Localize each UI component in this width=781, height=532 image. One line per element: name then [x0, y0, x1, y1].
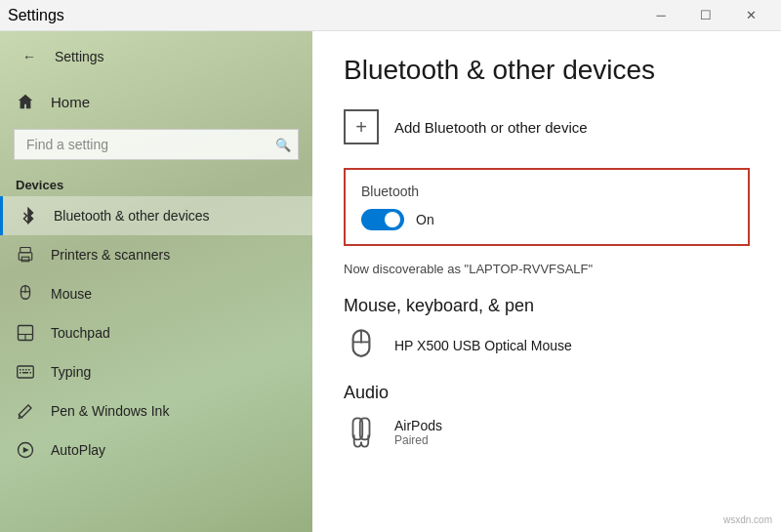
mouse-device-name: HP X500 USB Optical Mouse [394, 338, 572, 353]
discoverable-text: Now discoverable as "LAPTOP-RVVFSALF" [344, 262, 750, 276]
mouse-device-icon [344, 328, 379, 363]
airpods-status: Paired [394, 433, 442, 447]
svg-rect-0 [21, 248, 31, 253]
svg-rect-13 [28, 369, 30, 371]
bluetooth-section-box: Bluetooth On [344, 168, 750, 246]
printer-icon [16, 245, 35, 265]
sidebar: ← Settings Home 🔍 Devices [0, 31, 312, 532]
add-device-row[interactable]: + Add Bluetooth or other device [344, 109, 750, 144]
sidebar-section-heading: Devices [0, 168, 312, 196]
sidebar-mouse-label: Mouse [51, 286, 92, 302]
sidebar-item-pen[interactable]: Pen & Windows Ink [0, 391, 312, 430]
bluetooth-section-label: Bluetooth [361, 184, 732, 199]
typing-icon [16, 362, 35, 382]
mouse-device-row: HP X500 USB Optical Mouse [344, 328, 750, 363]
search-icon[interactable]: 🔍 [275, 138, 291, 152]
audio-section-title: Audio [344, 383, 750, 403]
sidebar-item-touchpad[interactable]: Touchpad [0, 313, 312, 352]
toggle-thumb [385, 212, 400, 227]
home-label: Home [51, 94, 90, 110]
airpods-icon [344, 415, 379, 450]
svg-rect-16 [30, 372, 32, 374]
audio-device-row: AirPods Paired [344, 415, 750, 450]
airpods-info: AirPods Paired [394, 418, 442, 447]
toggle-label: On [416, 212, 434, 227]
svg-rect-12 [25, 369, 27, 371]
sidebar-touchpad-label: Touchpad [51, 325, 110, 341]
sidebar-printers-label: Printers & scanners [51, 247, 170, 263]
sidebar-item-printers[interactable]: Printers & scanners [0, 235, 312, 274]
sidebar-item-typing[interactable]: Typing [0, 352, 312, 391]
titlebar-title: Settings [8, 7, 64, 24]
main-content: Bluetooth & other devices + Add Bluetoot… [312, 31, 781, 532]
sidebar-nav-top: ← Settings [0, 31, 312, 82]
bluetooth-icon [19, 206, 38, 225]
svg-rect-2 [21, 257, 29, 262]
sidebar-item-home[interactable]: Home [0, 82, 312, 121]
sidebar-pen-label: Pen & Windows Ink [51, 403, 169, 419]
svg-rect-14 [20, 372, 21, 374]
airpods-name: AirPods [394, 418, 442, 433]
svg-rect-1 [19, 253, 32, 261]
plus-icon: + [355, 116, 367, 139]
titlebar-controls: ─ ☐ ✕ [638, 0, 773, 31]
svg-rect-10 [20, 369, 21, 371]
page-title: Bluetooth & other devices [344, 55, 750, 86]
toggle-row: On [361, 209, 732, 230]
app-container: ← Settings Home 🔍 Devices [0, 31, 781, 532]
mouse-icon [16, 284, 35, 304]
sidebar-app-title: Settings [55, 49, 104, 64]
touchpad-icon [16, 323, 35, 343]
home-icon [16, 92, 35, 111]
sidebar-autoplay-label: AutoPlay [51, 442, 105, 458]
svg-rect-15 [22, 372, 28, 374]
autoplay-icon [16, 440, 35, 460]
titlebar-left: Settings [8, 7, 64, 24]
watermark: wsxdn.com [720, 513, 775, 526]
sidebar-item-mouse[interactable]: Mouse [0, 274, 312, 313]
mouse-section-title: Mouse, keyboard, & pen [344, 296, 750, 316]
sidebar-item-autoplay[interactable]: AutoPlay [0, 430, 312, 470]
sidebar-typing-label: Typing [51, 364, 91, 380]
add-device-label: Add Bluetooth or other device [394, 119, 588, 136]
back-button[interactable]: ← [16, 43, 43, 70]
titlebar: Settings ─ ☐ ✕ [0, 0, 781, 31]
maximize-button[interactable]: ☐ [683, 0, 728, 31]
sidebar-item-bluetooth[interactable]: Bluetooth & other devices [0, 196, 312, 235]
bluetooth-toggle[interactable] [361, 209, 404, 230]
add-device-button[interactable]: + [344, 109, 379, 144]
svg-rect-11 [22, 369, 24, 371]
sidebar-bluetooth-label: Bluetooth & other devices [54, 208, 210, 224]
close-button[interactable]: ✕ [728, 0, 773, 31]
search-input[interactable] [14, 129, 299, 160]
minimize-button[interactable]: ─ [638, 0, 683, 31]
search-box: 🔍 [14, 129, 299, 160]
pen-icon [16, 401, 35, 421]
